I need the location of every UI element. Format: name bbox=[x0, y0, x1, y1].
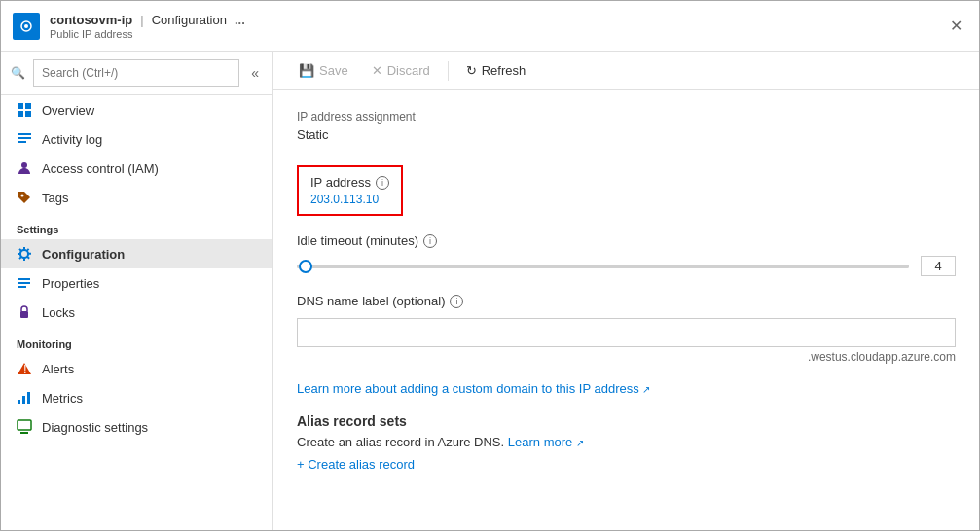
collapse-button[interactable]: « bbox=[247, 63, 263, 83]
svg-rect-7 bbox=[18, 133, 31, 135]
svg-rect-20 bbox=[27, 392, 30, 404]
svg-rect-22 bbox=[20, 432, 28, 434]
idle-timeout-group: Idle timeout (minutes) i 4 bbox=[297, 233, 956, 276]
svg-rect-5 bbox=[18, 111, 23, 117]
sidebar-label-alerts: Alerts bbox=[42, 362, 74, 376]
svg-rect-14 bbox=[18, 286, 26, 288]
sidebar-item-configuration[interactable]: Configuration bbox=[1, 239, 272, 268]
svg-point-11 bbox=[21, 195, 24, 197]
locks-icon bbox=[17, 304, 32, 320]
dns-info-icon[interactable]: i bbox=[450, 295, 463, 308]
ellipsis-menu[interactable]: ... bbox=[235, 13, 245, 27]
dns-name-group: DNS name label (optional) i .westus.clou… bbox=[297, 294, 956, 364]
slider-container: 4 bbox=[297, 256, 956, 276]
sidebar-label-activity-log: Activity log bbox=[42, 132, 102, 147]
ip-address-box: IP address i 203.0.113.10 bbox=[297, 165, 403, 216]
svg-rect-9 bbox=[18, 141, 26, 143]
slider-thumb bbox=[299, 260, 312, 273]
sidebar-label-overview: Overview bbox=[42, 103, 94, 118]
sidebar-item-properties[interactable]: Properties bbox=[1, 268, 272, 298]
sidebar-item-tags[interactable]: Tags bbox=[1, 183, 272, 212]
sidebar-label-locks: Locks bbox=[42, 305, 75, 320]
sidebar-item-iam[interactable]: Access control (IAM) bbox=[1, 154, 272, 183]
dns-name-input[interactable] bbox=[297, 318, 956, 347]
idle-timeout-label-row: Idle timeout (minutes) i bbox=[297, 233, 956, 248]
iam-icon bbox=[17, 160, 32, 176]
sidebar-item-diagnostic[interactable]: Diagnostic settings bbox=[1, 412, 272, 442]
svg-rect-19 bbox=[22, 396, 25, 404]
search-bar: 🔍 « bbox=[1, 52, 272, 95]
alias-external-icon: ↗ bbox=[576, 438, 584, 448]
properties-icon bbox=[17, 275, 32, 291]
alias-desc: Create an alias record in Azure DNS. Lea… bbox=[297, 435, 956, 449]
configuration-icon bbox=[17, 246, 32, 262]
save-icon: 💾 bbox=[299, 63, 314, 78]
sidebar-label-metrics: Metrics bbox=[42, 391, 83, 406]
sidebar-item-alerts[interactable]: ! Alerts bbox=[1, 354, 272, 383]
title-separator: | bbox=[140, 13, 143, 27]
dns-name-label: DNS name label (optional) bbox=[297, 294, 445, 308]
svg-rect-4 bbox=[25, 103, 31, 109]
svg-rect-18 bbox=[18, 400, 20, 404]
dns-label-row: DNS name label (optional) i bbox=[297, 294, 956, 308]
sidebar-item-overview[interactable]: Overview bbox=[1, 95, 272, 124]
dns-suffix: .westus.cloudapp.azure.com bbox=[297, 350, 956, 364]
ip-address-group: IP address i 203.0.113.10 bbox=[297, 159, 956, 216]
toolbar: 💾 Save ✕ Discard ↻ Refresh bbox=[273, 52, 979, 90]
save-button[interactable]: 💾 Save bbox=[289, 59, 358, 82]
ip-address-info-icon[interactable]: i bbox=[376, 176, 389, 190]
alias-section-title: Alias record sets bbox=[297, 413, 956, 429]
sidebar-item-activity-log[interactable]: Activity log bbox=[1, 124, 272, 154]
create-alias-record[interactable]: + Create alias record bbox=[297, 457, 956, 472]
sidebar-label-diagnostic: Diagnostic settings bbox=[42, 420, 148, 435]
svg-rect-12 bbox=[18, 278, 30, 280]
learn-more-link[interactable]: Learn more about adding a custom domain … bbox=[297, 381, 650, 396]
svg-text:!: ! bbox=[23, 362, 27, 376]
svg-rect-21 bbox=[18, 420, 31, 430]
alias-learn-more-link[interactable]: Learn more ↗ bbox=[508, 435, 584, 449]
slider-value[interactable]: 4 bbox=[921, 256, 956, 276]
sidebar-label-iam: Access control (IAM) bbox=[42, 161, 159, 176]
metrics-icon bbox=[17, 390, 32, 406]
refresh-icon: ↻ bbox=[466, 63, 477, 78]
idle-timeout-label: Idle timeout (minutes) bbox=[297, 233, 418, 248]
sidebar-label-tags: Tags bbox=[42, 191, 68, 205]
search-input[interactable] bbox=[33, 59, 239, 87]
alerts-icon: ! bbox=[17, 361, 32, 376]
close-button[interactable]: ✕ bbox=[944, 15, 967, 38]
alias-section: Alias record sets Create an alias record… bbox=[297, 413, 956, 472]
refresh-button[interactable]: ↻ Refresh bbox=[456, 59, 536, 82]
page-section: Configuration bbox=[152, 13, 227, 27]
sidebar: 🔍 « Overview Activity log Ac bbox=[1, 52, 273, 530]
content-area: IP address assignment Static IP address … bbox=[273, 90, 979, 491]
timeout-slider[interactable] bbox=[297, 265, 909, 268]
tags-icon bbox=[17, 190, 32, 205]
ip-address-value: 203.0.113.10 bbox=[310, 193, 389, 206]
svg-rect-15 bbox=[20, 311, 28, 318]
activity-log-icon bbox=[17, 131, 32, 147]
discard-button[interactable]: ✕ Discard bbox=[362, 59, 440, 82]
ip-address-label-row: IP address i bbox=[310, 175, 389, 190]
search-icon: 🔍 bbox=[11, 66, 25, 80]
idle-timeout-info-icon[interactable]: i bbox=[423, 234, 437, 248]
resource-name: contosovm-ip bbox=[50, 13, 132, 27]
learn-more-container: Learn more about adding a custom domain … bbox=[297, 381, 956, 396]
slider-track bbox=[297, 265, 909, 268]
external-link-icon: ↗ bbox=[642, 384, 650, 395]
svg-rect-8 bbox=[18, 137, 31, 139]
sidebar-item-locks[interactable]: Locks bbox=[1, 298, 272, 327]
svg-point-2 bbox=[24, 24, 28, 28]
svg-rect-13 bbox=[18, 282, 30, 284]
sidebar-item-metrics[interactable]: Metrics bbox=[1, 383, 272, 412]
window-title-area: contosovm-ip | Configuration ... Public … bbox=[50, 13, 944, 40]
overview-icon bbox=[17, 102, 32, 118]
monitoring-section-header: Monitoring bbox=[1, 327, 272, 354]
svg-rect-6 bbox=[25, 111, 31, 117]
ip-address-label: IP address bbox=[310, 175, 371, 190]
ip-assignment-label: IP address assignment bbox=[297, 110, 956, 124]
toolbar-divider bbox=[448, 61, 449, 81]
main-content: 💾 Save ✕ Discard ↻ Refresh IP address as… bbox=[273, 52, 979, 530]
app-icon bbox=[13, 13, 40, 40]
sidebar-label-configuration: Configuration bbox=[42, 247, 125, 262]
svg-rect-3 bbox=[18, 103, 23, 109]
